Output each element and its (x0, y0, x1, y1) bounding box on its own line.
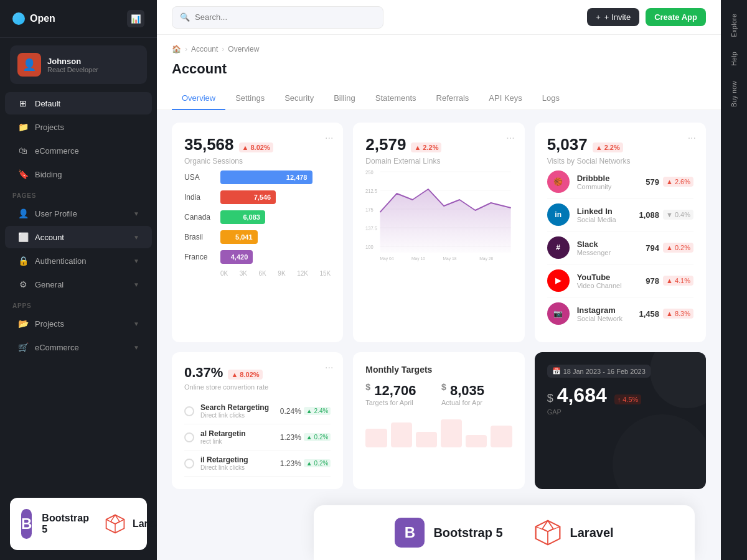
social-name: YouTube (577, 273, 622, 282)
tab-overview[interactable]: Overview (172, 87, 225, 110)
sidebar-item-user-profile[interactable]: 👤 User Profile ▼ (5, 202, 152, 225)
gap-date-range: 📅 18 Jan 2023 - 16 Feb 2023 (547, 365, 651, 378)
retarget-item: al Retargetin rect link 1.23% ▲ 0.2% (184, 424, 331, 450)
laravel-promo-icon (534, 519, 561, 546)
calendar-icon: 📅 (552, 367, 561, 375)
conversion-label: Online store convertion rate (184, 383, 331, 391)
social-badge: ▲ 2.6% (663, 177, 693, 187)
svg-text:175: 175 (365, 206, 374, 213)
tab-statements[interactable]: Statements (365, 87, 426, 110)
tab-referrals[interactable]: Referrals (426, 87, 479, 110)
sidebar-item-authentication[interactable]: 🔒 Authentication ▼ (5, 250, 152, 272)
retarget-info: Search Retargeting Direct link clicks (200, 403, 269, 419)
sidebar-item-bidding[interactable]: 🔖 Bidding (5, 163, 152, 185)
middle-row: ··· 0.37% ▲ 8.02% Online store convertio… (172, 352, 706, 489)
social-type: Community (577, 183, 612, 190)
home-icon[interactable]: 🏠 (172, 45, 181, 54)
bar-label: Brasil (184, 233, 214, 241)
chevron-down-icon: ▼ (133, 320, 139, 327)
sidebar-item-default[interactable]: ⊞ Default (5, 92, 152, 114)
user-icon: 👤 (17, 208, 29, 219)
more-options-button[interactable]: ··· (688, 133, 696, 144)
create-app-button[interactable]: Create App (646, 8, 706, 26)
bootstrap-label: Bootstrap 5 (42, 513, 89, 535)
app-name: Open (30, 13, 55, 24)
page-header: 🏠 › Account › Overview Account Overview … (157, 35, 721, 110)
retarget-stats: 0.24% ▲ 2.4% (280, 407, 331, 416)
invite-button[interactable]: + + Invite (587, 8, 639, 26)
sidebar-item-ecommerce[interactable]: 🛍 eCommerce (5, 139, 152, 162)
sidebar-item-label: Account (35, 233, 64, 242)
social-type: Social Media (577, 216, 616, 223)
bar-label: India (184, 193, 214, 202)
sidebar-item-account[interactable]: ⬜ Account ▼ (5, 226, 152, 248)
tab-logs[interactable]: Logs (532, 87, 570, 110)
breadcrumb-overview: Overview (228, 45, 259, 54)
social-badge: ▼ 0.4% (663, 210, 693, 220)
grid-icon: ⊞ (17, 98, 29, 109)
bar-fill: 4,420 (220, 250, 253, 264)
more-options-button[interactable]: ··· (325, 362, 333, 373)
social-row: 📷 Instagram Social Network 1,458 ▲ 8.3% (547, 297, 693, 330)
gap-value: 4,684 (557, 384, 607, 407)
help-button[interactable]: Help (728, 45, 740, 72)
bootstrap-promo: B Bootstrap 5 (395, 518, 502, 548)
social-platform-icon: in (547, 203, 570, 226)
explore-button[interactable]: Explore (728, 7, 740, 43)
bar-track: 6,083 (220, 210, 331, 224)
retarget-stats: 1.23% ▲ 0.2% (280, 459, 331, 468)
social-stats: 1,088 ▼ 0.4% (639, 210, 693, 220)
social-row: 🏀 Dribbble Community 579 ▲ 2.6% (547, 166, 693, 198)
targets-title: Monthly Targets (365, 365, 512, 375)
svg-line-22 (548, 526, 560, 531)
social-row: ▶ YouTube Video Channel 978 ▲ 4.1% (547, 264, 693, 297)
tab-api-keys[interactable]: API Keys (479, 87, 532, 110)
projects-icon: 📂 (17, 318, 29, 329)
tab-security[interactable]: Security (275, 87, 324, 110)
laravel-label: Laravel (133, 518, 157, 530)
target-number: 12,706 (374, 383, 416, 398)
user-card[interactable]: 👤 Johnson React Developer (10, 45, 147, 84)
social-stats: 1,458 ▲ 8.3% (639, 309, 693, 319)
bar-value: 12,478 (286, 174, 308, 181)
retarget-info: al Retargetin rect link (200, 429, 246, 445)
stat-label: Organic Sessions (184, 157, 331, 166)
sidebar-item-projects[interactable]: 📁 Projects (5, 116, 152, 138)
chevron-down-icon: ▼ (133, 210, 139, 217)
gap-card: 📅 18 Jan 2023 - 16 Feb 2023 $ 4,684 ↑ 4.… (535, 352, 706, 489)
tab-settings[interactable]: Settings (225, 87, 275, 110)
social-stats: 978 ▲ 4.1% (646, 276, 693, 286)
social-platform-icon: # (547, 236, 570, 259)
sidebar-item-general[interactable]: ⚙ General ▼ (5, 273, 152, 296)
more-options-button[interactable]: ··· (506, 133, 514, 144)
retarget-stats: 1.23% ▲ 0.2% (280, 433, 331, 442)
social-type: Social Network (577, 315, 622, 322)
sidebar-item-projects-app[interactable]: 📂 Projects ▼ (5, 312, 152, 335)
conversion-badge: ▲ 8.02% (228, 370, 262, 380)
retarget-name: il Retargeting (200, 455, 248, 464)
search-box[interactable]: 🔍 (172, 6, 383, 29)
sidebar-item-label: User Profile (35, 209, 77, 218)
buy-now-button[interactable]: Buy now (728, 75, 740, 113)
search-input[interactable] (195, 12, 375, 22)
social-count: 579 (646, 177, 659, 187)
svg-text:137.5: 137.5 (365, 225, 377, 231)
user-name: Johnson (47, 57, 98, 66)
social-count: 978 (646, 276, 659, 286)
sidebar-item-ecommerce-app[interactable]: 🛒 eCommerce ▼ (5, 336, 152, 358)
more-options-button[interactable]: ··· (325, 133, 333, 144)
content-with-promo: ··· 35,568 ▲ 8.02% Organic Sessions USA … (157, 110, 721, 560)
social-name: Dribbble (577, 174, 612, 183)
bar-track: 4,420 (220, 250, 331, 264)
bootstrap-icon: B (21, 509, 32, 539)
chevron-down-icon: ▼ (133, 281, 139, 288)
retarget-circle (184, 432, 194, 442)
page-tabs: Overview Settings Security Billing State… (172, 87, 706, 110)
tab-billing[interactable]: Billing (324, 87, 365, 110)
bar-value: 7,546 (254, 194, 271, 201)
svg-text:212.5: 212.5 (365, 187, 377, 194)
sidebar-chart-button[interactable]: 📊 (127, 10, 144, 27)
retarget-list: Search Retargeting Direct link clicks 0.… (184, 398, 331, 477)
breadcrumb-account[interactable]: Account (191, 45, 218, 54)
gap-label: GAP (547, 408, 693, 416)
